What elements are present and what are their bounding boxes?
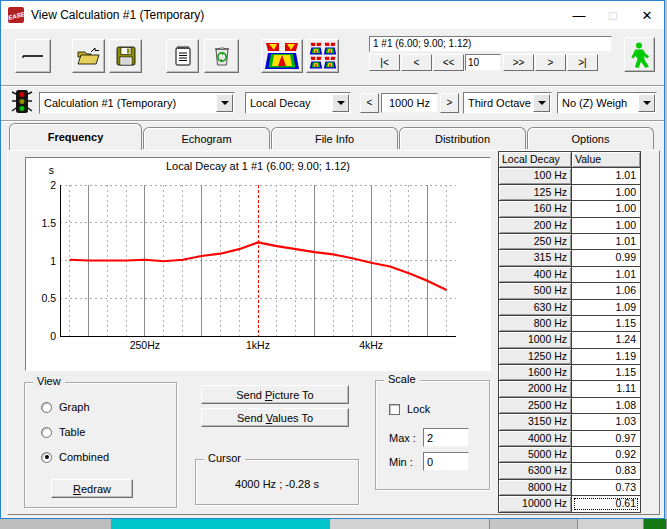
value-cell[interactable]: 1.00 xyxy=(572,201,640,216)
nav-step-input[interactable] xyxy=(465,54,501,71)
freq-cell[interactable]: 6300 Hz xyxy=(499,463,571,478)
tab-file-info[interactable]: File Info xyxy=(271,127,398,149)
close-button[interactable]: ✕ xyxy=(630,1,664,29)
svg-text:s: s xyxy=(49,164,54,176)
walker-button[interactable] xyxy=(624,37,655,72)
maximize-button[interactable]: □ xyxy=(596,1,630,29)
freq-cell[interactable]: 200 Hz xyxy=(499,218,571,233)
value-cell[interactable]: 0.97 xyxy=(572,431,640,446)
nav-next-button[interactable]: > xyxy=(535,54,566,71)
save-button[interactable] xyxy=(109,39,142,73)
freq-cell[interactable]: 250 Hz xyxy=(499,234,571,249)
value-cell[interactable]: 1.01 xyxy=(572,168,640,183)
max-input[interactable] xyxy=(423,428,469,447)
value-cell[interactable]: 1.15 xyxy=(572,316,640,331)
freq-cell[interactable]: 125 Hz xyxy=(499,185,571,200)
value-cell[interactable]: 1.09 xyxy=(572,300,640,315)
value-cell[interactable]: 1.03 xyxy=(572,414,640,429)
value-cell[interactable]: 1.00 xyxy=(572,218,640,233)
cursor-groupbox: Cursor 4000 Hz ; -0.28 s xyxy=(195,459,359,505)
window-title: View Calculation #1 (Temporary) xyxy=(31,8,204,22)
value-cell[interactable]: 1.06 xyxy=(572,283,640,298)
tab-echogram[interactable]: Echogram xyxy=(143,127,270,149)
min-input[interactable] xyxy=(423,452,469,471)
value-cell[interactable]: 0.61 xyxy=(572,496,640,511)
radio-label: Table xyxy=(59,426,85,438)
value-cell[interactable]: 0.99 xyxy=(572,250,640,265)
value-cell[interactable]: 0.73 xyxy=(572,480,640,495)
mode-select[interactable]: Local Decay xyxy=(245,92,351,114)
radio-combined[interactable]: Combined xyxy=(41,451,176,463)
chevron-down-icon[interactable] xyxy=(533,94,550,112)
chevron-down-icon[interactable] xyxy=(216,94,233,112)
open-file-button[interactable] xyxy=(72,39,105,73)
nav-first-button[interactable]: |< xyxy=(369,54,400,71)
freq-cell[interactable]: 400 Hz xyxy=(499,267,571,282)
frequency-chart[interactable]: 00.511.52s250Hz1kHz4kHzLocal Decay at 1 … xyxy=(26,158,490,370)
value-cell[interactable]: 0.92 xyxy=(572,447,640,462)
tab-frequency[interactable]: Frequency xyxy=(9,123,142,150)
send-values-button[interactable]: Send Values To xyxy=(201,408,349,427)
nav-fast-next-button[interactable]: >> xyxy=(503,54,534,71)
calculation-select[interactable]: Calculation #1 (Temporary) xyxy=(39,92,235,114)
freq-prev-button[interactable]: < xyxy=(360,93,379,113)
value-cell[interactable]: 1.08 xyxy=(572,398,640,413)
freq-cell[interactable]: 1250 Hz xyxy=(499,349,571,364)
value-cell[interactable]: 1.19 xyxy=(572,349,640,364)
nav-prev-button[interactable]: < xyxy=(401,54,432,71)
lock-checkbox-row[interactable]: Lock xyxy=(389,403,430,415)
freq-cell[interactable]: 3150 Hz xyxy=(499,414,571,429)
tab-options[interactable]: Options xyxy=(527,127,654,149)
line-cursor-button[interactable] xyxy=(15,39,51,73)
multi-mapping-button[interactable] xyxy=(306,39,339,73)
chevron-down-icon[interactable] xyxy=(332,94,349,112)
radio-table[interactable]: Table xyxy=(41,426,176,438)
value-cell[interactable]: 1.24 xyxy=(572,332,640,347)
decay-table-grid: Local DecayValue100 Hz1.01125 Hz1.00160 … xyxy=(498,151,641,513)
freq-cell[interactable]: 630 Hz xyxy=(499,300,571,315)
freq-cell[interactable]: 2500 Hz xyxy=(499,398,571,413)
lock-label: Lock xyxy=(407,403,430,415)
weighting-select[interactable]: No (Z) Weigh xyxy=(557,92,657,114)
svg-text:1.5: 1.5 xyxy=(41,217,56,229)
value-cell[interactable]: 0.83 xyxy=(572,463,640,478)
radio-graph[interactable]: Graph xyxy=(41,401,176,413)
freq-cell[interactable]: 4000 Hz xyxy=(499,431,571,446)
freq-next-button[interactable]: > xyxy=(440,93,459,113)
nav-fast-prev-button[interactable]: << xyxy=(433,54,464,71)
nav-last-button[interactable]: >| xyxy=(567,54,598,71)
recycle-trash-icon xyxy=(211,45,233,67)
freq-cell[interactable]: 160 Hz xyxy=(499,201,571,216)
freq-cell[interactable]: 1600 Hz xyxy=(499,365,571,380)
value-cell[interactable]: 1.11 xyxy=(572,381,640,396)
value-cell[interactable]: 1.00 xyxy=(572,185,640,200)
svg-text:1: 1 xyxy=(50,255,56,267)
freq-cell[interactable]: 8000 Hz xyxy=(499,480,571,495)
bandwidth-select[interactable]: Third Octave xyxy=(463,92,552,114)
redraw-button[interactable]: Redraw xyxy=(51,479,133,498)
chevron-down-icon[interactable] xyxy=(638,94,655,112)
svg-text:250Hz: 250Hz xyxy=(130,339,160,351)
tab-distribution[interactable]: Distribution xyxy=(399,127,526,149)
freq-cell[interactable]: 100 Hz xyxy=(499,168,571,183)
value-cell[interactable]: 1.01 xyxy=(572,234,640,249)
freq-cell[interactable]: 2000 Hz xyxy=(499,381,571,396)
chart-panel: 00.511.52s250Hz1kHz4kHzLocal Decay at 1 … xyxy=(25,157,491,371)
traffic-light-icon[interactable] xyxy=(10,89,34,117)
freq-cell[interactable]: 800 Hz xyxy=(499,316,571,331)
send-picture-button[interactable]: Send Picture To xyxy=(201,385,349,404)
freq-cell[interactable]: 500 Hz xyxy=(499,283,571,298)
value-cell[interactable]: 1.15 xyxy=(572,365,640,380)
value-cell[interactable]: 1.01 xyxy=(572,267,640,282)
freq-cell[interactable]: 1000 Hz xyxy=(499,332,571,347)
minimize-button[interactable]: — xyxy=(562,1,596,29)
lock-checkbox[interactable] xyxy=(389,404,400,415)
backdrop-segment xyxy=(112,519,330,529)
freq-cell[interactable]: 10000 Hz xyxy=(499,496,571,511)
bandwidth-select-value: Third Octave xyxy=(464,97,532,109)
freq-cell[interactable]: 5000 Hz xyxy=(499,447,571,462)
area-mapping-button[interactable] xyxy=(261,39,303,73)
delete-button[interactable] xyxy=(204,39,239,73)
show-notes-button[interactable] xyxy=(166,39,199,73)
freq-cell[interactable]: 315 Hz xyxy=(499,250,571,265)
